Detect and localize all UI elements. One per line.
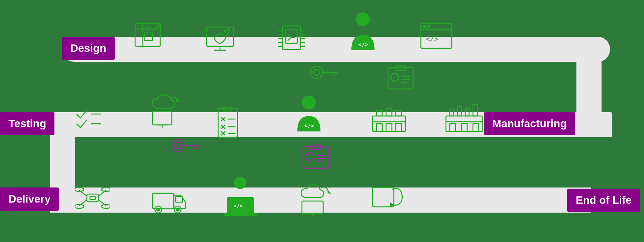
key-icon-r1: [309, 64, 342, 81]
svg-rect-44: [224, 107, 232, 111]
svg-rect-72: [473, 124, 479, 131]
svg-point-20: [356, 12, 370, 26]
svg-rect-63: [396, 124, 402, 131]
design-tool-icon: [203, 21, 237, 56]
phase-label-delivery: Delivery: [0, 187, 59, 211]
svg-rect-66: [458, 106, 461, 116]
svg-rect-8: [286, 30, 297, 43]
key-icon-r2: [170, 137, 203, 155]
factory-small-icon: [371, 102, 407, 133]
svg-marker-107: [327, 191, 331, 194]
svg-point-25: [427, 26, 430, 28]
svg-point-24: [424, 26, 426, 28]
svg-rect-65: [450, 109, 454, 116]
circuit-chip-icon: [274, 21, 309, 54]
id-badge-icon-r1: [386, 64, 415, 91]
svg-point-74: [175, 143, 181, 149]
drone-icon: [75, 182, 110, 213]
svg-rect-58: [386, 108, 392, 116]
checklist-icon: [73, 106, 104, 133]
svg-rect-67: [465, 108, 469, 116]
svg-point-99: [176, 208, 179, 211]
id-badge-icon-r2: [301, 143, 330, 170]
developer-person-r2-icon: </>: [293, 95, 324, 135]
svg-point-27: [310, 66, 323, 78]
delivery-truck-icon: [151, 186, 187, 215]
svg-rect-68: [473, 104, 478, 116]
svg-rect-94: [153, 193, 174, 209]
factory-large-icon: [444, 101, 485, 133]
svg-rect-93: [90, 196, 95, 199]
svg-text:</>: </>: [426, 35, 439, 43]
svg-text:</>: </>: [234, 203, 243, 209]
svg-text:</>: </>: [304, 123, 314, 129]
svg-point-28: [314, 69, 320, 75]
phase-label-testing: Testing: [0, 112, 54, 135]
svg-point-100: [234, 177, 246, 189]
svg-rect-40: [153, 111, 172, 125]
svg-point-54: [302, 95, 316, 109]
svg-rect-62: [386, 124, 392, 131]
blueprint-icon: [131, 17, 166, 52]
svg-rect-71: [461, 124, 467, 131]
phase-label-eol: End of Life: [567, 189, 640, 212]
cloud-monitor-icon: [297, 181, 332, 216]
svg-point-97: [157, 208, 160, 211]
svg-rect-61: [376, 124, 382, 131]
svg-rect-59: [396, 110, 402, 116]
svg-rect-70: [450, 124, 456, 131]
phase-label-design: Design: [62, 37, 115, 60]
pipeline-diagram: Design Testing Manufacturing Delivery En…: [0, 0, 644, 242]
cloud-sync-icon: [147, 89, 181, 128]
svg-text:</>: </>: [358, 41, 368, 48]
task-list-icon: [214, 106, 241, 139]
svg-point-73: [171, 140, 184, 152]
svg-rect-102: [224, 213, 257, 216]
svg-point-34: [391, 73, 398, 81]
developer-person-icon: </>: [347, 12, 378, 54]
phase-label-manufacturing: Manufacturing: [484, 112, 575, 135]
svg-point-80: [306, 153, 314, 160]
laptop-person-icon: </>: [224, 176, 257, 218]
svg-rect-84: [87, 194, 98, 202]
svg-rect-57: [376, 110, 382, 116]
svg-rect-104: [302, 201, 323, 214]
code-window-icon: </>: [419, 21, 454, 50]
forward-arrow-icon: [371, 184, 405, 211]
